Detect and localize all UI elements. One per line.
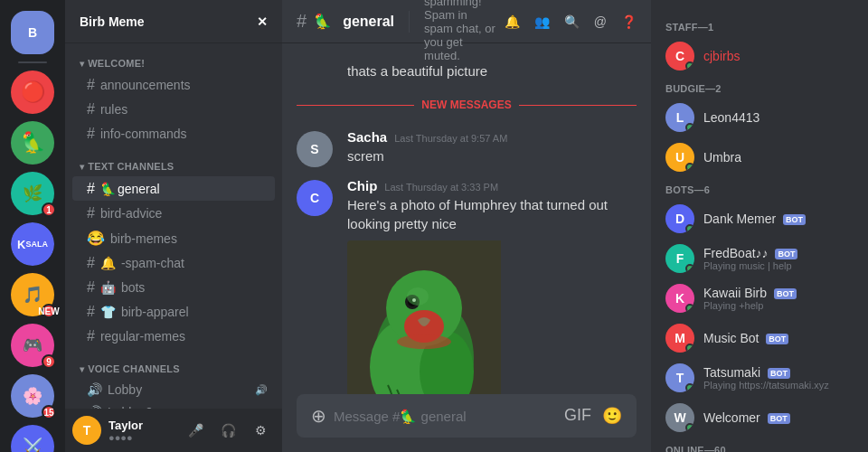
channel-item-general[interactable]: # 🦜 general 👤+ bbox=[72, 176, 275, 201]
channel-item-bird-advice[interactable]: # bird-advice bbox=[72, 202, 275, 225]
member-avatar: K bbox=[665, 284, 694, 313]
message-header: Sacha Last Thursday at 9:57 AM bbox=[347, 129, 637, 145]
status-indicator bbox=[685, 423, 694, 432]
channel-item-birb-memes[interactable]: 😂 birb-memes bbox=[72, 226, 275, 250]
member-item-kawaii-birb[interactable]: K Kawaii Birb BOT Playing +help bbox=[658, 278, 861, 318]
channel-name: rules bbox=[100, 102, 268, 117]
parrot-image bbox=[347, 240, 618, 394]
sacha-avatar: S bbox=[297, 131, 333, 167]
server-icon-6[interactable]: 🎮 9 bbox=[11, 324, 54, 367]
channel-item-birb-apparel[interactable]: # 👕 birb-apparel bbox=[72, 300, 275, 324]
message-input[interactable] bbox=[334, 398, 557, 435]
bot-tag: BOT bbox=[783, 214, 806, 225]
server-icon-4[interactable]: KSALA bbox=[11, 222, 54, 266]
channel-item-bots[interactable]: # 🤖 bots bbox=[72, 276, 275, 299]
channel-name: announcements bbox=[100, 78, 268, 92]
channel-name: general bbox=[118, 182, 241, 196]
member-item-tatsumaki[interactable]: T Tatsumaki BOT Playing https://tatsumak… bbox=[658, 358, 861, 398]
member-item-welcomer[interactable]: W Welcomer BOT bbox=[658, 398, 861, 438]
server-header[interactable]: Birb Meme ✕ bbox=[65, 0, 282, 43]
active-server-icon[interactable]: B bbox=[11, 11, 54, 54]
user-avatar-initial: T bbox=[72, 416, 101, 445]
user-controls: 🎤 🎧 ⚙ bbox=[181, 416, 275, 445]
help-icon[interactable]: ❓ bbox=[621, 14, 637, 29]
member-subtext: Playing +help bbox=[703, 300, 797, 311]
search-icon[interactable]: 🔍 bbox=[564, 14, 580, 29]
member-name: Music Bot bbox=[703, 331, 759, 345]
channel-name: bird-advice bbox=[100, 206, 268, 221]
server-sidebar: B 🔴 🦜 🌿 1 KSALA 🎵 NEW 🎮 9 🌸 15 bbox=[0, 0, 65, 452]
channel-name: regular-memes bbox=[100, 329, 268, 344]
channel-list: ▾ WELCOME! # announcements # rules # inf… bbox=[65, 43, 282, 409]
channel-hash-icon: # bbox=[297, 11, 307, 32]
status-indicator bbox=[685, 383, 694, 392]
status-indicator bbox=[685, 163, 694, 172]
channel-name: bots bbox=[121, 280, 268, 295]
sacha-message-content: Sacha Last Thursday at 9:57 AM screm bbox=[347, 129, 637, 167]
member-info: Tatsumaki BOT Playing https://tatsumaki.… bbox=[703, 365, 829, 391]
hash-icon: # bbox=[87, 304, 95, 320]
bell-emoji: 🔔 bbox=[100, 256, 116, 270]
member-name: Leon4413 bbox=[703, 110, 760, 125]
settings-button[interactable]: ⚙ bbox=[246, 416, 275, 445]
message-timestamp: Last Thursday at 3:33 PM bbox=[384, 182, 498, 193]
members-icon[interactable]: 👥 bbox=[534, 14, 550, 29]
status-indicator bbox=[685, 344, 694, 353]
section-header-text[interactable]: ▾ TEXT CHANNELS bbox=[65, 146, 282, 175]
member-name-wrapper: cjbirbs bbox=[703, 49, 740, 63]
member-avatar: D bbox=[665, 204, 694, 233]
notifications-bell-icon[interactable]: 🔔 bbox=[505, 14, 520, 29]
section-header-voice[interactable]: ▾ VOICE CHANNELS bbox=[65, 349, 282, 378]
status-indicator bbox=[685, 224, 694, 233]
member-name: FredBoat♪♪ bbox=[703, 246, 769, 260]
member-name: Kawaii Birb bbox=[703, 286, 767, 300]
hash-icon: # bbox=[87, 101, 95, 118]
at-mention-icon[interactable]: @ bbox=[594, 14, 607, 29]
members-section-bots: BOTS—6 bbox=[658, 177, 861, 199]
member-item-dank-memer[interactable]: D Dank Memer BOT bbox=[658, 199, 861, 239]
members-section-online: ONLINE—60 bbox=[658, 438, 861, 452]
member-item-music-bot[interactable]: M Music Bot BOT bbox=[658, 318, 861, 358]
avatar-initial: S bbox=[297, 131, 333, 167]
gif-button[interactable]: GIF bbox=[564, 406, 591, 426]
divider-line bbox=[297, 105, 414, 106]
hash-icon: # bbox=[87, 205, 95, 221]
channel-item-lobby2[interactable]: 🔊 Lobby 2 🔉 bbox=[72, 401, 275, 409]
member-info: Music Bot BOT bbox=[703, 331, 788, 345]
member-item-leon[interactable]: L Leon4413 bbox=[658, 98, 861, 137]
member-name: cjbirbs bbox=[703, 49, 740, 63]
channel-item-lobby[interactable]: 🔊 Lobby 🔊 bbox=[72, 379, 275, 400]
member-item-umbra[interactable]: U Umbra bbox=[658, 137, 861, 177]
section-header-welcome[interactable]: ▾ WELCOME! bbox=[65, 43, 282, 72]
bot-tag: BOT bbox=[766, 334, 788, 344]
server-icon-3[interactable]: 🌿 1 bbox=[11, 172, 54, 215]
server-icon-8[interactable]: ⚔️ 6 bbox=[11, 425, 54, 452]
channel-item-regular-memes[interactable]: # regular-memes bbox=[72, 325, 275, 348]
channel-item-info-commands[interactable]: # info-commands bbox=[72, 122, 275, 146]
channel-item-announcements[interactable]: # announcements bbox=[72, 73, 275, 97]
attach-button[interactable]: ⊕ bbox=[311, 394, 326, 438]
main-chat: # 🦜 general Be nice! No spamming! Spam i… bbox=[282, 0, 651, 452]
server-icon-7[interactable]: 🌸 15 bbox=[11, 374, 54, 418]
member-avatar: W bbox=[665, 403, 694, 432]
hash-icon: # bbox=[87, 255, 95, 271]
server-icon-2[interactable]: 🦜 bbox=[11, 121, 54, 165]
emoji-icon: 😂 bbox=[87, 230, 105, 247]
speaker-icon: 🔊 bbox=[87, 382, 102, 397]
channel-item-rules[interactable]: # rules bbox=[72, 98, 275, 121]
channel-item-spam-chat[interactable]: # 🔔 -spam-chat bbox=[72, 251, 275, 275]
server-icon-reddit[interactable]: 🔴 bbox=[11, 71, 54, 114]
mute-button[interactable]: 🎤 bbox=[181, 416, 210, 445]
parrot-svg bbox=[347, 240, 501, 394]
member-item-fredboat[interactable]: F FredBoat♪♪ BOT Playing music | ⁠help bbox=[658, 239, 861, 278]
header-divider bbox=[409, 11, 410, 33]
status-indicator bbox=[685, 304, 694, 313]
emoji-button[interactable]: 🙂 bbox=[602, 406, 622, 426]
members-sidebar: STAFF—1 C cjbirbs BUDGIE—2 L Leon4413 U … bbox=[651, 0, 868, 452]
message-header: Chip Last Thursday at 3:33 PM bbox=[347, 178, 637, 193]
members-section-budgie: BUDGIE—2 bbox=[658, 76, 861, 98]
message-timestamp: Last Thursday at 9:57 AM bbox=[394, 133, 507, 144]
member-item-cjbirbs[interactable]: C cjbirbs bbox=[658, 36, 861, 76]
deafen-button[interactable]: 🎧 bbox=[213, 416, 242, 445]
server-icon-5[interactable]: 🎵 NEW bbox=[11, 273, 54, 316]
